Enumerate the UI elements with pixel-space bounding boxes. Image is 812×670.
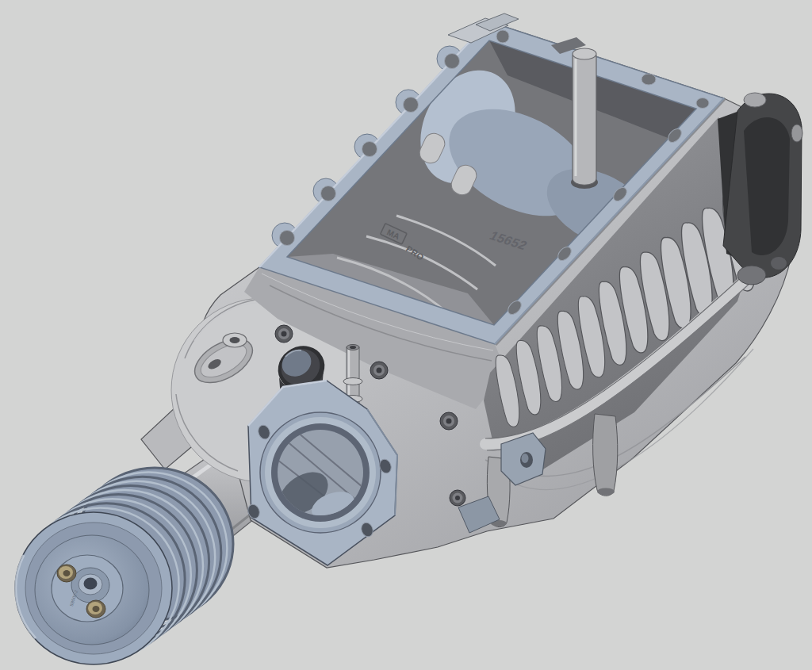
cad-viewport[interactable]: 5B501-2 MA PRO 15652	[0, 0, 812, 670]
pulley-center-bore	[84, 578, 98, 590]
cavity-post	[571, 48, 598, 189]
cad-render: 5B501-2 MA PRO 15652	[0, 0, 812, 670]
pulley-bolt	[57, 565, 76, 582]
pulley-bolt	[86, 600, 105, 618]
